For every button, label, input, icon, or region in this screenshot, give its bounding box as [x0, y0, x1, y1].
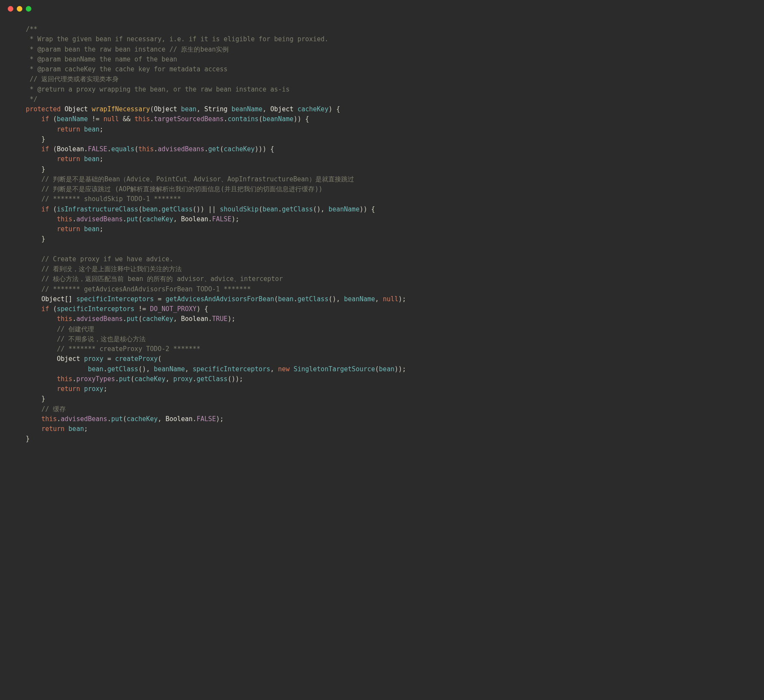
const-false: FALSE [212, 215, 232, 223]
comment-line: // 判断是不是基础的Bean（Advice、PointCut、Advisor、… [41, 175, 354, 183]
kw-if: if [41, 205, 49, 213]
call-contains: contains [228, 115, 259, 123]
call-equals: equals [111, 145, 134, 153]
jdoc-line: * Wrap the given bean if necessary, i.e.… [26, 35, 328, 43]
type-object: Object [270, 105, 293, 113]
comment-line: // 看到没，这个是上面注释中让我们关注的方法 [41, 265, 182, 273]
jdoc-line: /** [26, 25, 37, 33]
call-createproxy: createProxy [115, 355, 158, 363]
kw-return: return [57, 225, 80, 233]
var-specificinterceptors: specificInterceptors [76, 295, 154, 303]
type-singletontargetsource: SingletonTargetSource [293, 365, 375, 373]
ref-beanname: beanName [57, 115, 88, 123]
kw-return: return [57, 385, 80, 393]
kw-if: if [41, 145, 49, 153]
ref-specificinterceptors: specificInterceptors [57, 305, 134, 313]
ref-cachekey: cacheKey [224, 145, 255, 153]
field-targetsourcedbeans: targetSourcedBeans [154, 115, 224, 123]
ref-proxy: proxy [173, 375, 193, 383]
maximize-icon[interactable] [26, 6, 31, 12]
type-object: Object [64, 105, 88, 113]
field-advisedbeans: advisedBeans [76, 315, 122, 323]
kw-return: return [57, 155, 80, 163]
ref-bean: bean [84, 125, 99, 133]
const-false: FALSE [88, 145, 107, 153]
ref-cachekey: cacheKey [127, 415, 158, 423]
comment-line: // ******* getAdvicesAndAdvisorsForBean … [41, 285, 251, 293]
field-advisedbeans: advisedBeans [76, 215, 122, 223]
field-advisedbeans: advisedBeans [61, 415, 107, 423]
const-donotproxy: DO_NOT_PROXY [150, 305, 196, 313]
type-object: Object [154, 105, 177, 113]
comment-line: // 缓存 [41, 405, 66, 413]
ref-specificinterceptors: specificInterceptors [193, 365, 270, 373]
comment-line: // 创建代理 [57, 325, 94, 333]
kw-null: null [383, 295, 398, 303]
param-bean: bean [181, 105, 196, 113]
comment-line: // 判断是不是应该跳过 (AOP解析直接解析出我们的切面信息(并且把我们的切面… [41, 185, 322, 193]
call-isinfrastructureclass: isInfrastructureClass [57, 205, 138, 213]
type-boolean: Boolean [181, 315, 208, 323]
kw-if: if [41, 115, 49, 123]
type-string: String [204, 105, 227, 113]
comment-line: // 核心方法，返回匹配当前 bean 的所有的 advisor、advice、… [41, 275, 283, 283]
call-getclass: getClass [282, 205, 313, 213]
param-cachekey: cacheKey [297, 105, 328, 113]
comment-line: // Create proxy if we have advice. [41, 255, 173, 263]
call-shouldskip: shouldSkip [220, 205, 259, 213]
call-getclass: getClass [107, 365, 138, 373]
field-advisedbeans: advisedBeans [158, 145, 204, 153]
call-get: get [208, 145, 220, 153]
kw-this: this [134, 115, 150, 123]
ref-bean: bean [142, 205, 158, 213]
var-proxy: proxy [84, 355, 103, 363]
type-objectarr: Object[] [41, 295, 72, 303]
minimize-icon[interactable] [17, 6, 22, 12]
field-proxytypes: proxyTypes [76, 375, 115, 383]
kw-return: return [57, 125, 80, 133]
jdoc-line: // 返回代理类或者实现类本身 [26, 75, 119, 83]
kw-this: this [57, 215, 72, 223]
call-getadvicesandadvisorsforbean: getAdvicesAndAdvisorsForBean [165, 295, 274, 303]
type-boolean: Boolean [165, 415, 193, 423]
jdoc-line: * @param bean the raw bean instance // 原… [26, 46, 229, 53]
code-window: /** * Wrap the given bean if necessary, … [0, 0, 764, 453]
method-name: wrapIfNecessary [92, 105, 150, 113]
ref-cachekey: cacheKey [142, 315, 173, 323]
jdoc-line: * @param cacheKey the cache key for meta… [26, 65, 228, 73]
kw-this: this [138, 145, 154, 153]
ref-cachekey: cacheKey [142, 215, 173, 223]
kw-return: return [41, 425, 64, 433]
jdoc-line: * @return a proxy wrapping the bean, or … [26, 86, 290, 93]
call-put: put [119, 375, 131, 383]
param-beanname: beanName [232, 105, 263, 113]
kw-this: this [41, 415, 57, 423]
type-boolean: Boolean [181, 215, 208, 223]
ref-proxy: proxy [84, 385, 103, 393]
kw-null: null [104, 115, 119, 123]
jdoc-line: * @param beanName the name of the bean [26, 55, 177, 63]
call-put: put [111, 415, 123, 423]
ref-bean: bean [263, 205, 278, 213]
code-block: /** * Wrap the given bean if necessary, … [0, 16, 764, 453]
comment-line: // ******* shouldSkip TODO-1 ******* [41, 195, 181, 203]
ref-bean: bean [379, 365, 394, 373]
ref-beanname: beanName [328, 205, 359, 213]
kw-this: this [57, 375, 72, 383]
type-object: Object [57, 355, 80, 363]
kw-if: if [41, 305, 49, 313]
comment-line: // 不用多说，这也是核心方法 [57, 335, 146, 343]
ref-bean: bean [88, 365, 104, 373]
kw-protected: protected [26, 105, 61, 113]
ref-beanname: beanName [263, 115, 293, 123]
kw-new: new [278, 365, 290, 373]
close-icon[interactable] [8, 6, 13, 12]
ref-bean: bean [68, 425, 84, 433]
call-getclass: getClass [196, 375, 227, 383]
window-titlebar [0, 0, 764, 16]
type-boolean: Boolean [57, 145, 84, 153]
kw-this: this [57, 315, 72, 323]
call-put: put [127, 215, 138, 223]
ref-cachekey: cacheKey [134, 375, 165, 383]
ref-beanname: beanName [154, 365, 185, 373]
